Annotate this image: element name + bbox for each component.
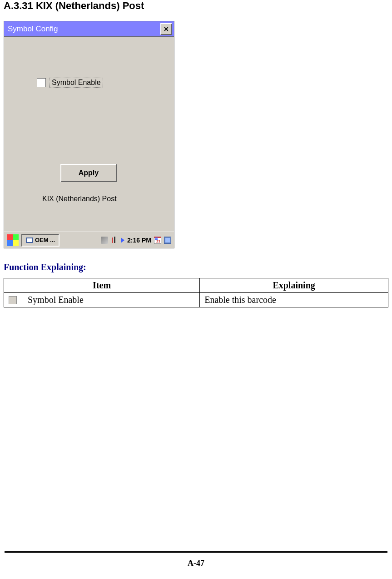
dialog-subtitle: KIX (Netherlands) Post xyxy=(42,195,117,203)
titlebar: Symbol Config ✕ xyxy=(4,21,174,37)
app-icon xyxy=(26,238,33,243)
symbol-enable-checkbox[interactable] xyxy=(37,78,46,87)
screenshot-dialog: Symbol Config ✕ Symbol Enable Apply KIX … xyxy=(4,21,174,248)
footer-rule xyxy=(5,551,387,553)
taskbar-app-button[interactable]: OEM ... xyxy=(21,234,60,247)
show-desktop-icon[interactable] xyxy=(164,237,171,244)
table-row: Symbol Enable Enable this barcode xyxy=(4,293,388,307)
calendar-icon[interactable]: 23 xyxy=(154,237,161,244)
taskbar-app-label: OEM ... xyxy=(35,237,55,243)
close-icon: ✕ xyxy=(164,25,169,33)
symbol-enable-row: Symbol Enable xyxy=(37,78,103,88)
function-explaining-heading: Function Explaining: xyxy=(4,262,388,272)
volume-icon[interactable] xyxy=(101,237,108,244)
system-tray: 2:16 PM 23 xyxy=(60,237,173,244)
section-heading: A.3.31 KIX (Netherlands) Post xyxy=(4,0,388,12)
item-cell: Symbol Enable xyxy=(4,293,200,307)
header-explaining: Explaining xyxy=(200,278,388,293)
table-header-row: Item Explaining xyxy=(4,278,388,293)
dialog-body: Symbol Enable Apply KIX (Netherlands) Po… xyxy=(4,37,174,232)
clock[interactable]: 2:16 PM xyxy=(127,237,151,244)
function-table: Item Explaining Symbol Enable Enable thi… xyxy=(4,278,388,307)
close-button[interactable]: ✕ xyxy=(160,23,172,35)
titlebar-text: Symbol Config xyxy=(6,25,160,34)
signal-icon[interactable] xyxy=(111,237,118,244)
apply-button[interactable]: Apply xyxy=(60,164,117,182)
symbol-enable-label: Symbol Enable xyxy=(50,78,103,88)
checkbox-icon xyxy=(9,296,17,304)
start-button[interactable] xyxy=(7,234,19,246)
explaining-cell: Enable this barcode xyxy=(200,293,388,307)
page-number: A-47 xyxy=(0,559,392,568)
taskbar: OEM ... 2:16 PM 23 xyxy=(4,232,174,248)
item-text: Symbol Enable xyxy=(28,295,84,305)
header-item: Item xyxy=(4,278,200,293)
tray-arrow-icon[interactable] xyxy=(121,238,124,243)
